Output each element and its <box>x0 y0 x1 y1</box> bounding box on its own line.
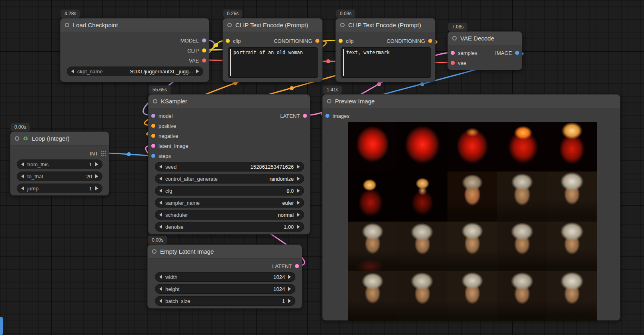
increment-arrow[interactable] <box>297 189 300 193</box>
port-dot-latent-image[interactable] <box>151 144 155 148</box>
preview-image-cell[interactable] <box>547 172 597 221</box>
port-dot-clip[interactable] <box>226 39 230 43</box>
preview-image-cell[interactable] <box>547 271 597 321</box>
port-dot-vae[interactable] <box>202 59 206 63</box>
decrement-arrow[interactable] <box>159 299 162 303</box>
increment-arrow[interactable] <box>288 287 291 291</box>
preview-image-cell[interactable] <box>348 271 397 321</box>
node-title-bar[interactable]: CLIP Text Encode (Prompt) <box>336 18 435 32</box>
increment-arrow[interactable] <box>297 177 300 181</box>
port-dot-model[interactable] <box>151 114 155 118</box>
node-title-bar[interactable]: KSampler <box>148 95 310 108</box>
increment-arrow[interactable] <box>297 213 300 217</box>
increment-arrow[interactable] <box>95 174 98 178</box>
preview-image-cell[interactable] <box>397 172 447 221</box>
widget-ckpt-name[interactable]: ckpt_name SDXL/juggernautXL_jugg... <box>67 67 203 76</box>
preview-image-cell[interactable] <box>348 172 397 221</box>
port-dot-clip[interactable] <box>202 48 206 52</box>
node-title-bar[interactable]: Empty Latent Image <box>148 245 302 258</box>
node-title-bar[interactable]: CLIP Text Encode (Prompt) <box>223 18 322 32</box>
decrement-arrow[interactable] <box>159 189 162 193</box>
widget-height[interactable]: height 1024 <box>155 284 295 294</box>
decrement-arrow[interactable] <box>159 177 162 181</box>
preview-image-cell[interactable] <box>497 222 547 271</box>
port-dot-negative[interactable] <box>151 134 155 138</box>
node-vae-decode[interactable]: 7.08s VAE Decode samples vae IMAGE <box>447 31 522 70</box>
increment-arrow[interactable] <box>297 165 300 169</box>
preview-image-cell[interactable] <box>547 122 597 172</box>
node-title-bar[interactable]: Load Checkpoint <box>60 18 209 32</box>
node-clip-text-encode-positive[interactable]: 0.26s CLIP Text Encode (Prompt) clip CON… <box>223 18 323 82</box>
increment-arrow[interactable] <box>288 275 291 279</box>
node-load-checkpoint[interactable]: 4.28s Load Checkpoint MODEL CLIP VAE ckp… <box>60 18 209 82</box>
increment-arrow[interactable] <box>95 162 98 166</box>
increment-arrow[interactable] <box>95 186 98 190</box>
collapse-dot[interactable] <box>227 23 232 27</box>
preview-image-cell[interactable] <box>447 222 497 271</box>
offscreen-node-edge[interactable] <box>0 317 3 335</box>
collapse-dot[interactable] <box>152 249 156 254</box>
preview-image-cell[interactable] <box>447 271 497 321</box>
port-dot-model[interactable] <box>202 38 206 42</box>
preview-image-cell[interactable] <box>447 122 497 172</box>
preview-image-cell[interactable] <box>348 222 397 271</box>
node-empty-latent-image[interactable]: 0.00s Empty Latent Image LATENT width 10… <box>147 244 302 309</box>
increment-arrow[interactable] <box>297 201 300 205</box>
widget-control-after-generate[interactable]: control_after_generate randomize <box>155 174 304 184</box>
preview-image-cell[interactable] <box>348 122 397 172</box>
decrement-arrow[interactable] <box>159 165 162 169</box>
collapse-dot[interactable] <box>153 99 157 103</box>
preview-image-cell[interactable] <box>447 172 497 221</box>
decrement-arrow[interactable] <box>159 287 162 291</box>
widget-width[interactable]: width 1024 <box>155 272 295 282</box>
decrement-arrow[interactable] <box>71 69 74 73</box>
preview-image-cell[interactable] <box>497 122 547 172</box>
preview-image-cell[interactable] <box>397 271 447 321</box>
prompt-textarea[interactable]: portrait of an old woman <box>228 47 318 78</box>
widget-batch-size[interactable]: batch_size 1 <box>155 296 295 306</box>
decrement-arrow[interactable] <box>159 275 162 279</box>
decrement-arrow[interactable] <box>21 174 24 178</box>
port-dot-latent[interactable] <box>295 264 299 268</box>
node-title-bar[interactable]: Preview Image <box>323 95 620 108</box>
increment-arrow[interactable] <box>196 69 199 73</box>
widget-seed[interactable]: seed 152861253471626 <box>155 162 304 172</box>
collapse-dot[interactable] <box>15 136 19 141</box>
port-dot-images[interactable] <box>325 114 329 118</box>
port-dot-steps[interactable] <box>151 154 155 158</box>
widget-jump[interactable]: jump 1 <box>17 184 102 193</box>
collapse-dot[interactable] <box>340 23 345 27</box>
port-dot-conditioning[interactable] <box>428 39 432 43</box>
widget-to-that[interactable]: to_that 20 <box>17 172 102 181</box>
widget-cfg[interactable]: cfg 8.0 <box>155 186 304 196</box>
preview-image-cell[interactable] <box>497 271 547 321</box>
node-title-bar[interactable]: VAE Decode <box>448 32 522 45</box>
node-loop-integer[interactable]: 0.00s ♻ Loop (Integer) INT from_this 1 t… <box>10 131 109 196</box>
node-graph-canvas[interactable]: 4.28s Load Checkpoint MODEL CLIP VAE ckp… <box>0 0 644 335</box>
port-dot-positive[interactable] <box>151 124 155 128</box>
widget-scheduler[interactable]: scheduler normal <box>155 210 304 220</box>
prompt-textarea[interactable]: text, watermark <box>341 47 431 78</box>
decrement-arrow[interactable] <box>159 225 162 229</box>
decrement-arrow[interactable] <box>159 201 162 205</box>
increment-arrow[interactable] <box>288 299 291 303</box>
int-grid-icon[interactable] <box>101 151 106 156</box>
decrement-arrow[interactable] <box>159 213 162 217</box>
widget-from-this[interactable]: from_this 1 <box>17 159 102 169</box>
widget-denoise[interactable]: denoise 1.00 <box>155 222 304 232</box>
collapse-dot[interactable] <box>65 23 69 27</box>
node-title-bar[interactable]: ♻ Loop (Integer) <box>10 132 109 145</box>
port-dot-conditioning[interactable] <box>315 39 319 43</box>
preview-image-cell[interactable] <box>397 222 447 271</box>
port-dot-clip[interactable] <box>339 39 343 43</box>
port-dot-latent[interactable] <box>303 114 307 118</box>
widget-sampler-name[interactable]: sampler_name euler <box>155 198 304 208</box>
node-clip-text-encode-negative[interactable]: 0.03s CLIP Text Encode (Prompt) clip CON… <box>335 18 435 82</box>
node-ksampler[interactable]: 55.65s KSampler model positive negative … <box>148 94 310 234</box>
node-preview-image[interactable]: 1.41s Preview Image images <box>322 94 620 321</box>
collapse-dot[interactable] <box>452 36 457 40</box>
port-dot-image[interactable] <box>515 51 519 55</box>
preview-image-cell[interactable] <box>397 122 447 172</box>
port-dot-vae[interactable] <box>451 61 455 65</box>
decrement-arrow[interactable] <box>21 186 24 190</box>
